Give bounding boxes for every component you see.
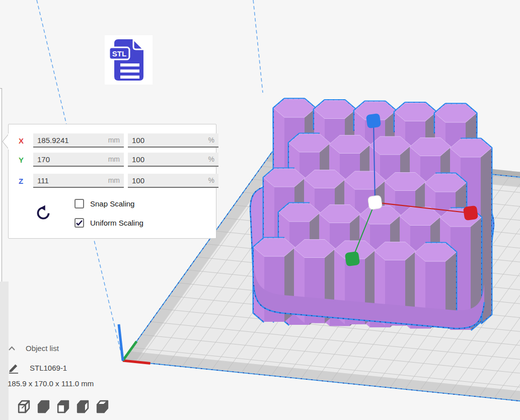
stl-file-icon: STL [108, 37, 150, 83]
object-list-item[interactable]: STL1069-1 [8, 362, 67, 374]
scale-handle-z[interactable] [366, 113, 381, 128]
rename-pencil-icon [8, 362, 20, 374]
scale-x-mm-value: 185.9241 [37, 136, 69, 145]
snap-scaling-checkbox-box [75, 199, 84, 208]
scale-z-mm-unit: mm [108, 176, 120, 184]
cube-glyph [75, 398, 91, 415]
snap-scaling-label: Snap Scaling [90, 199, 134, 208]
axis-z-label: Z [19, 177, 25, 185]
uniform-scaling-checkbox[interactable]: Uniform Scaling [75, 218, 143, 228]
view-top-icon[interactable] [94, 398, 111, 415]
scale-y-mm-value: 170 [37, 155, 50, 164]
scale-z-mm-value: 111 [37, 176, 49, 185]
left-toolbar-edge [0, 88, 2, 283]
left-gray-strip [0, 282, 9, 420]
scale-z-percent-value: 100 [132, 176, 144, 185]
scale-tool-panel: X 185.9241 mm 100 % Y 170 mm 100 % Z 111… [8, 124, 216, 239]
scale-z-mm-field[interactable]: 111 mm [33, 174, 124, 188]
scale-y-percent-unit: % [208, 155, 214, 163]
chevron-up-icon [8, 346, 16, 351]
scale-z-percent-field[interactable]: 100 % [128, 174, 218, 188]
uniform-scaling-checkbox-box [75, 218, 84, 228]
scale-x-percent-value: 100 [132, 136, 144, 145]
scale-z-percent-unit: % [208, 176, 214, 184]
stl-file-thumbnail: STL [105, 35, 153, 85]
view-3d-icon[interactable] [16, 398, 32, 415]
reset-scale-button[interactable] [34, 204, 53, 223]
scale-x-percent-unit: % [208, 136, 214, 144]
scale-x-mm-field[interactable]: 185.9241 mm [33, 133, 124, 148]
cube-glyph [16, 398, 32, 415]
scale-y-mm-unit: mm [108, 155, 120, 163]
axis-y-label: Y [19, 156, 25, 164]
camera-view-toolbar [16, 398, 111, 415]
cube-glyph [35, 398, 52, 415]
stl-label: STL [112, 49, 126, 58]
scale-handle-y[interactable] [345, 251, 360, 266]
snap-scaling-checkbox[interactable]: Snap Scaling [75, 199, 134, 208]
object-list-header[interactable]: Object list [8, 344, 59, 353]
view-left-icon[interactable] [55, 398, 71, 415]
object-item-label: STL1069-1 [30, 364, 67, 372]
object-dimensions: 185.9 x 170.0 x 111.0 mm [8, 379, 94, 388]
scale-handle-x[interactable] [463, 205, 478, 221]
view-front-icon[interactable] [35, 398, 52, 415]
checkmark-icon [76, 220, 83, 226]
panel-arrow-tail [2, 133, 9, 150]
scale-x-mm-unit: mm [108, 136, 120, 144]
axis-x-label: X [19, 136, 25, 145]
scale-y-percent-value: 100 [132, 155, 144, 164]
cube-glyph [94, 398, 111, 415]
scale-y-percent-field[interactable]: 100 % [128, 153, 218, 167]
scale-x-percent-field[interactable]: 100 % [128, 133, 218, 148]
uniform-scaling-label: Uniform Scaling [90, 219, 143, 227]
object-list-label: Object list [26, 344, 59, 353]
scale-handle-center[interactable] [367, 195, 382, 209]
cube-glyph [55, 398, 71, 415]
reset-icon [35, 204, 52, 222]
view-right-icon[interactable] [75, 398, 91, 415]
scale-y-mm-field[interactable]: 170 mm [33, 153, 124, 167]
